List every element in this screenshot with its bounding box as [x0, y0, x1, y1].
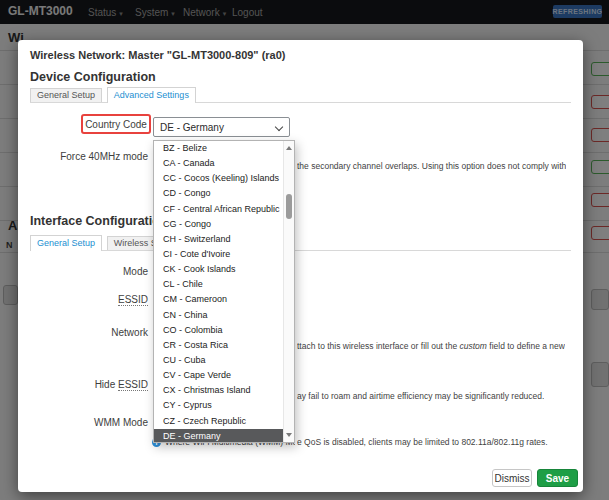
hide-essid-help-text: ay fail to roam and airtime efficiency m…: [297, 391, 544, 401]
dropdown-option[interactable]: CV - Cape Verde: [154, 368, 283, 383]
modal-title: Wireless Network: Master "GL-MT3000-809"…: [30, 49, 285, 61]
dropdown-option[interactable]: CF - Central African Republic: [154, 202, 283, 217]
screen: Wi As N GL-MT3000 Status▾ System▾ Networ…: [0, 0, 609, 500]
device-tabbar: General Setup Advanced Settings: [30, 86, 571, 103]
scrollbar-up-icon[interactable]: [286, 146, 292, 150]
dropdown-option[interactable]: CA - Canada: [154, 156, 283, 171]
dropdown-option[interactable]: CG - Congo: [154, 217, 283, 232]
network-label: Network: [18, 327, 148, 338]
dropdown-option-selected[interactable]: DE - Germany: [154, 429, 283, 442]
tab-general-setup-interface[interactable]: General Setup: [30, 235, 102, 251]
chevron-down-icon: [275, 123, 283, 131]
country-dropdown-options: BZ - Belize CA - Canada CC - Cocos (Keel…: [154, 141, 283, 442]
scrollbar-down-icon[interactable]: [286, 433, 292, 437]
hide-essid-label: Hide ESSID: [18, 379, 148, 390]
country-code-selected-value: DE - Germany: [160, 122, 224, 133]
dropdown-option[interactable]: CD - Congo: [154, 186, 283, 201]
country-dropdown-list: BZ - Belize CA - Canada CC - Cocos (Keel…: [153, 140, 295, 443]
country-code-label: Country Code: [85, 119, 147, 130]
dropdown-option[interactable]: CO - Colombia: [154, 323, 283, 338]
dropdown-option[interactable]: CN - China: [154, 308, 283, 323]
dropdown-option[interactable]: CY - Cyprus: [154, 398, 283, 413]
force-40mhz-label: Force 40MHz mode: [18, 151, 148, 162]
dropdown-option[interactable]: CX - Christmas Island: [154, 383, 283, 398]
dropdown-scrollbar[interactable]: [283, 141, 294, 442]
wmm-help-text: e QoS is disabled, clients may be limite…: [297, 437, 548, 447]
essid-label: ESSID: [18, 294, 148, 305]
dropdown-option[interactable]: CR - Costa Rica: [154, 338, 283, 353]
dropdown-option[interactable]: CI - Cote d'Ivoire: [154, 247, 283, 262]
network-help-text: ttach to this wireless interface or fill…: [297, 341, 565, 351]
tab-general-setup-device[interactable]: General Setup: [30, 88, 102, 102]
interface-configuration-heading: Interface Configuration: [30, 214, 168, 228]
force-40mhz-help-text: the secondary channel overlaps. Using th…: [297, 161, 566, 171]
mode-label: Mode: [18, 266, 148, 277]
dropdown-option[interactable]: CK - Cook Islands: [154, 262, 283, 277]
dropdown-option[interactable]: CZ - Czech Republic: [154, 414, 283, 429]
country-code-select[interactable]: DE - Germany: [153, 117, 290, 137]
dismiss-button[interactable]: Dismiss: [492, 469, 532, 487]
wmm-mode-label: WMM Mode: [18, 417, 148, 428]
dropdown-option[interactable]: CM - Cameroon: [154, 292, 283, 307]
interface-tabbar: General Setup Wireless Security: [30, 234, 571, 251]
dropdown-option[interactable]: CC - Cocos (Keeling) Islands: [154, 171, 283, 186]
wireless-network-modal: Wireless Network: Master "GL-MT3000-809"…: [18, 40, 583, 492]
device-configuration-heading: Device Configuration: [30, 70, 156, 84]
tab-advanced-settings-device[interactable]: Advanced Settings: [107, 87, 196, 103]
country-code-focus-highlight: Country Code: [81, 114, 151, 134]
dropdown-option[interactable]: CU - Cuba: [154, 353, 283, 368]
scrollbar-thumb[interactable]: [286, 194, 292, 219]
dropdown-option[interactable]: CL - Chile: [154, 277, 283, 292]
dropdown-option[interactable]: CH - Switzerland: [154, 232, 283, 247]
save-button[interactable]: Save: [537, 469, 578, 487]
dropdown-option[interactable]: BZ - Belize: [154, 141, 283, 156]
